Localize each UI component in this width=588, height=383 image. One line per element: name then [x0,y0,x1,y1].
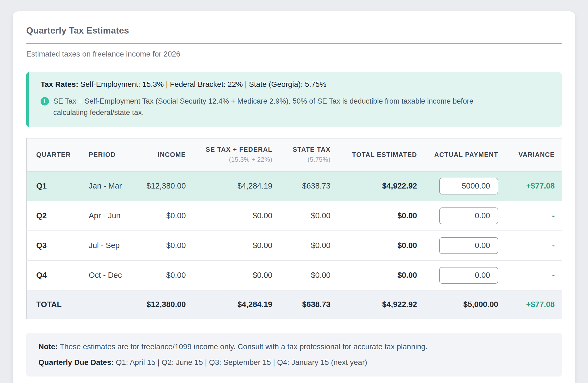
col-header-total-estimated: TOTAL ESTIMATED [338,138,424,171]
footer-note-line: Note: These estimates are for freelance/… [38,342,550,351]
total-estimated-cell: $0.00 [338,231,424,260]
col-header-actual-payment: ACTUAL PAYMENT [424,138,505,171]
variance-cell: - [505,260,562,290]
col-header-se-tax-federal: SE TAX + FEDERAL (15.3% + 22%) [193,138,279,171]
period-cell: Oct - Dec [81,260,146,290]
se-tax-federal-cell: $0.00 [193,201,279,231]
state-tax-cell: $638.73 [279,171,338,201]
footer-note-label: Note: [38,342,58,351]
info-icon: i [41,97,49,105]
table-header-row: QUARTER PERIOD INCOME SE TAX + FEDERAL (… [27,138,562,171]
variance-cell: +$77.08 [505,171,562,201]
total-estimated-cell: $0.00 [338,201,424,231]
total-estimated-cell: $0.00 [338,260,424,290]
tax-rates-values: Self-Employment: 15.3% | Federal Bracket… [80,80,326,88]
state-tax-cell: $0.00 [279,201,338,231]
col-header-label: PERIOD [89,151,146,159]
footer-note-box: Note: These estimates are for freelance/… [26,333,562,377]
table-row-q4: Q4 Oct - Dec $0.00 $0.00 $0.00 $0.00 - [27,260,562,290]
col-header-label: STATE TAX [279,146,331,153]
quarter-cell: Q3 [27,231,81,260]
col-header-sublabel: (5.75%) [279,156,331,163]
se-tax-note-text: SE Tax = Self-Employment Tax (Social Sec… [53,96,505,118]
actual-payment-cell [424,201,505,231]
col-header-period: PERIOD [81,138,146,171]
table-row-q1: Q1 Jan - Mar $12,380.00 $4,284.19 $638.7… [27,171,562,201]
page-title: Quarterly Tax Estimates [26,25,562,36]
income-cell: $0.00 [146,260,193,290]
state-tax-cell: $0.00 [279,231,338,260]
actual-payment-input[interactable] [439,237,498,254]
page-subtitle: Estimated taxes on freelance income for … [26,50,562,58]
col-header-label: INCOME [146,151,186,159]
total-label-cell: TOTAL [27,290,81,319]
quarter-cell: Q4 [27,260,81,290]
variance-cell: - [505,231,562,260]
col-header-label: TOTAL ESTIMATED [338,151,417,159]
table-row-q2: Q2 Apr - Jun $0.00 $0.00 $0.00 $0.00 - [27,201,562,231]
total-period-cell [81,290,146,319]
table-body: Q1 Jan - Mar $12,380.00 $4,284.19 $638.7… [27,171,562,290]
period-cell: Jul - Sep [81,231,146,260]
footer-note-text: These estimates are for freelance/1099 i… [60,342,428,351]
actual-payment-input[interactable] [439,207,498,224]
variance-cell: - [505,201,562,231]
footer-due-dates-text: Q1: April 15 | Q2: June 15 | Q3: Septemb… [116,358,367,367]
quarterly-tax-card: Quarterly Tax Estimates Estimated taxes … [13,11,575,383]
actual-payment-cell [424,231,505,260]
actual-payment-input[interactable] [439,178,498,194]
total-estimated-cell: $4,922.92 [338,290,424,319]
footer-due-dates-label: Quarterly Due Dates: [38,358,114,367]
table-header: QUARTER PERIOD INCOME SE TAX + FEDERAL (… [27,138,562,171]
actual-payment-input[interactable] [439,267,498,284]
quarter-cell: Q1 [27,171,81,201]
table-row-q3: Q3 Jul - Sep $0.00 $0.00 $0.00 $0.00 - [27,231,562,260]
income-cell: $0.00 [146,201,193,231]
actual-payment-cell [424,260,505,290]
period-cell: Apr - Jun [81,201,146,231]
col-header-quarter: QUARTER [27,138,81,171]
footer-due-dates-line: Quarterly Due Dates: Q1: April 15 | Q2: … [38,358,550,367]
total-income-cell: $12,380.00 [146,290,193,319]
se-tax-note: i SE Tax = Self-Employment Tax (Social S… [41,96,551,118]
tax-rates-label: Tax Rates: [41,80,78,88]
quarter-cell: Q2 [27,201,81,231]
col-header-state-tax: STATE TAX (5.75%) [279,138,338,171]
total-se-tax-federal-cell: $4,284.19 [193,290,279,319]
total-variance-cell: +$77.08 [505,290,562,319]
tax-rates-box: Tax Rates: Self-Employment: 15.3% | Fede… [26,72,562,127]
income-cell: $0.00 [146,231,193,260]
actual-payment-cell [424,171,505,201]
total-actual-payment-cell: $5,000.00 [424,290,505,319]
col-header-label: ACTUAL PAYMENT [424,151,498,159]
table-footer: TOTAL $12,380.00 $4,284.19 $638.73 $4,92… [27,290,562,319]
col-header-variance: VARIANCE [505,138,562,171]
title-underline [26,43,562,44]
table-total-row: TOTAL $12,380.00 $4,284.19 $638.73 $4,92… [27,290,562,319]
se-tax-federal-cell: $0.00 [193,260,279,290]
total-state-tax-cell: $638.73 [279,290,338,319]
quarterly-tax-table: QUARTER PERIOD INCOME SE TAX + FEDERAL (… [26,138,562,319]
state-tax-cell: $0.00 [279,260,338,290]
se-tax-federal-cell: $4,284.19 [193,171,279,201]
period-cell: Jan - Mar [81,171,146,201]
col-header-label: VARIANCE [505,151,555,159]
col-header-label: SE TAX + FEDERAL [193,146,272,153]
col-header-income: INCOME [146,138,193,171]
income-cell: $12,380.00 [146,171,193,201]
tax-rates-line: Tax Rates: Self-Employment: 15.3% | Fede… [41,80,551,89]
col-header-sublabel: (15.3% + 22%) [193,156,272,163]
se-tax-federal-cell: $0.00 [193,231,279,260]
total-estimated-cell: $4,922.92 [338,171,424,201]
col-header-label: QUARTER [36,151,81,159]
